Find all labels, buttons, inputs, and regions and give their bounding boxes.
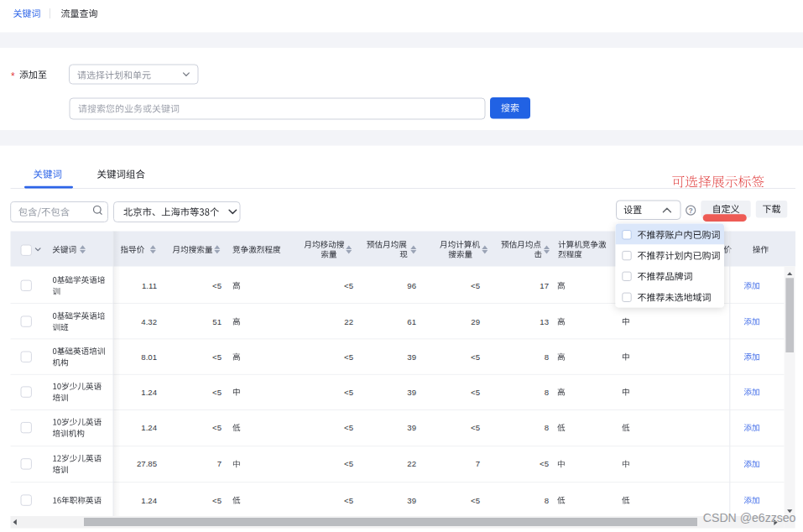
svg-text:17: 17 [540,281,549,290]
svg-text:<5: <5 [344,459,353,468]
svg-text:<5: <5 [344,423,353,432]
svg-text:*: * [11,70,15,82]
svg-text:7: 7 [476,459,480,468]
svg-text:1.24: 1.24 [141,423,157,432]
svg-text:<5: <5 [344,352,353,362]
svg-text:61: 61 [407,317,416,326]
svg-text:<5: <5 [212,388,222,397]
svg-text:96: 96 [407,281,416,290]
svg-text:<5: <5 [212,496,222,505]
svg-text:<5: <5 [212,281,222,290]
svg-text:29: 29 [471,317,480,326]
svg-text:<5: <5 [344,496,353,505]
svg-text:8: 8 [545,388,549,397]
svg-text:<5: <5 [344,281,353,290]
svg-text:<5: <5 [212,352,222,362]
svg-text:<5: <5 [471,496,480,505]
svg-text:1.24: 1.24 [141,496,157,505]
svg-text:39: 39 [407,496,416,505]
svg-text:<5: <5 [471,388,480,397]
svg-text:<5: <5 [344,388,353,397]
svg-text:39: 39 [407,423,416,432]
svg-text:8: 8 [545,352,549,362]
svg-text:39: 39 [407,388,416,397]
svg-text:<5: <5 [212,423,222,432]
svg-text:8: 8 [545,496,549,505]
svg-text:7: 7 [217,459,222,468]
svg-text:4.32: 4.32 [141,317,157,326]
svg-text:1.11: 1.11 [142,281,157,290]
svg-text:13: 13 [540,317,549,326]
svg-text:22: 22 [407,459,416,468]
svg-text:27.85: 27.85 [137,459,157,468]
svg-text:?: ? [689,206,693,215]
svg-text:CSDN @e6zzseo: CSDN @e6zzseo [703,511,796,524]
svg-text:39: 39 [407,352,416,362]
svg-text:8: 8 [545,423,549,432]
svg-text:8.01: 8.01 [141,352,157,362]
svg-text:<5: <5 [471,423,480,432]
svg-text:1.24: 1.24 [141,388,157,397]
svg-text:<5: <5 [471,281,480,290]
svg-text:22: 22 [344,317,353,326]
svg-text:<5: <5 [540,459,549,468]
svg-text:51: 51 [212,317,222,326]
svg-text:<5: <5 [471,352,480,362]
